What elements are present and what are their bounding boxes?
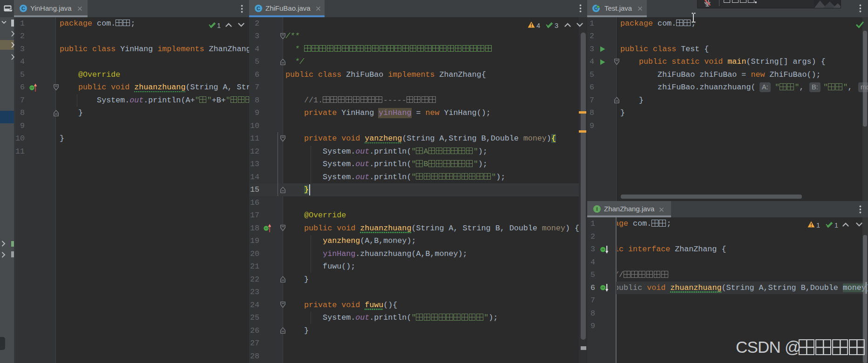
svg-text:C: C <box>21 6 25 11</box>
svg-text:C: C <box>257 6 260 11</box>
svg-text:I: I <box>596 206 597 212</box>
